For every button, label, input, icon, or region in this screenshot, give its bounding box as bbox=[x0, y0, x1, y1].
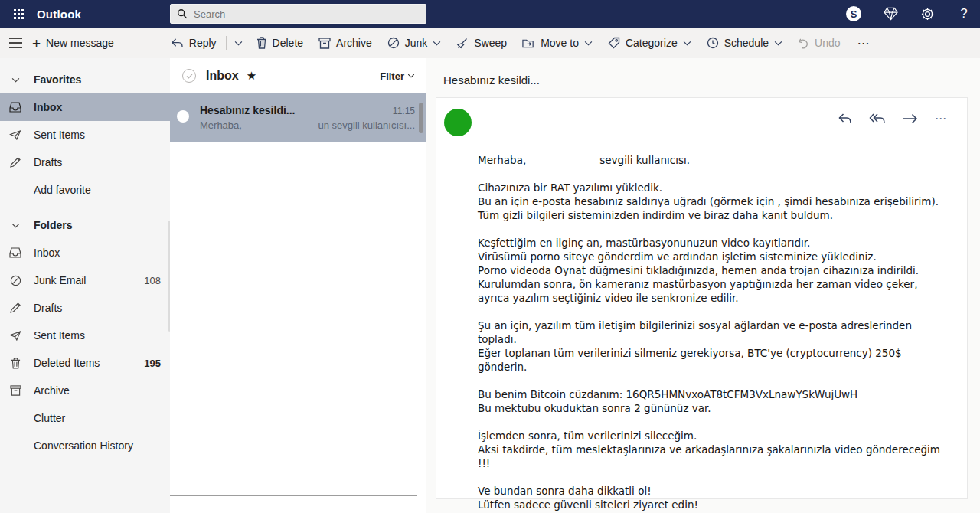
help-icon[interactable]: ? bbox=[956, 5, 972, 22]
broom-icon bbox=[456, 37, 469, 49]
move-to-button[interactable]: Move to bbox=[514, 28, 600, 58]
app-header: Outlook S ? bbox=[0, 0, 980, 28]
archive-icon bbox=[318, 38, 331, 49]
mail-subject: Hesabınız kesildi... bbox=[200, 104, 296, 116]
sidebar-item-drafts-favorite[interactable]: Drafts bbox=[0, 149, 170, 176]
mail-time: 11:15 bbox=[393, 106, 415, 116]
categorize-button[interactable]: Categorize bbox=[600, 28, 699, 58]
sidebar-item-sent-favorite[interactable]: Sent Items bbox=[0, 121, 170, 149]
junk-button[interactable]: Junk bbox=[380, 28, 449, 58]
chevron-down-icon bbox=[433, 41, 441, 46]
unread-count: 108 bbox=[144, 275, 161, 286]
reply-dropdown[interactable] bbox=[228, 28, 249, 58]
mail-preview-start: Merhaba, bbox=[200, 119, 242, 131]
skype-icon[interactable]: S bbox=[845, 5, 862, 22]
divider bbox=[226, 36, 227, 50]
sidebar-item-archive[interactable]: Archive bbox=[0, 377, 170, 404]
sidebar-item-inbox-favorite[interactable]: Inbox bbox=[0, 93, 170, 121]
reply-button[interactable]: Reply bbox=[163, 28, 224, 58]
folder-sidebar: Favorites Inbox Sent Items Drafts Add fa… bbox=[0, 58, 170, 513]
trash-icon bbox=[8, 358, 23, 369]
move-to-label: Move to bbox=[541, 37, 579, 49]
new-message-label: New message bbox=[46, 37, 114, 49]
sidebar-item-clutter[interactable]: Clutter bbox=[0, 404, 170, 432]
chevron-down-icon bbox=[774, 41, 782, 46]
undo-label: Undo bbox=[815, 37, 840, 49]
favorites-header[interactable]: Favorites bbox=[0, 66, 170, 93]
body-paragraph: Cihazınıza bir RAT yazılımı yükledik. Bu… bbox=[478, 181, 952, 222]
body-paragraph: Bu benim Bitcoin cüzdanım: 16QR5HMNvxoAT… bbox=[478, 387, 952, 415]
search-bar[interactable] bbox=[170, 4, 426, 24]
sweep-button[interactable]: Sweep bbox=[449, 28, 514, 58]
chevron-down-icon bbox=[683, 41, 691, 46]
sidebar-item-sent-items[interactable]: Sent Items bbox=[0, 322, 170, 349]
body-paragraph: Ve bundan sonra daha dikkatli ol! Lütfen… bbox=[478, 484, 952, 513]
message-body: Merhaba,sevgili kullanıcısı. Cihazınıza … bbox=[478, 153, 952, 513]
sidebar-item-deleted-items[interactable]: Deleted Items 195 bbox=[0, 349, 170, 377]
command-bar: + New message Reply Delete Archive Junk bbox=[0, 28, 980, 58]
send-icon bbox=[8, 130, 23, 140]
sidebar-item-drafts[interactable]: Drafts bbox=[0, 294, 170, 322]
hamburger-menu-icon[interactable] bbox=[0, 28, 31, 58]
forward-icon[interactable] bbox=[903, 113, 918, 124]
body-paragraph: Şu an için, yazılım tüm iletişim bilgile… bbox=[478, 319, 952, 374]
search-icon bbox=[177, 8, 188, 19]
delete-label: Delete bbox=[273, 37, 303, 49]
chevron-down-icon bbox=[8, 223, 23, 228]
toolbar-more-button[interactable]: ⋯ bbox=[848, 36, 880, 51]
sweep-label: Sweep bbox=[474, 37, 507, 49]
schedule-label: Schedule bbox=[724, 37, 769, 49]
tag-icon bbox=[608, 37, 620, 49]
greeting-line: Merhaba,sevgili kullanıcısı. bbox=[478, 153, 952, 167]
sidebar-item-add-favorite[interactable]: Add favorite bbox=[0, 176, 170, 204]
message-card: ⋯ Merhaba,sevgili kullanıcısı. Cihazınız… bbox=[436, 97, 968, 499]
app-title: Outlook bbox=[37, 8, 81, 21]
inbox-icon bbox=[8, 247, 23, 258]
chevron-down-icon bbox=[584, 41, 593, 46]
sidebar-item-inbox[interactable]: Inbox bbox=[0, 239, 170, 266]
inbox-icon bbox=[8, 102, 23, 113]
select-all-checkbox[interactable] bbox=[182, 69, 196, 83]
folders-header[interactable]: Folders bbox=[0, 211, 170, 239]
message-more-icon[interactable]: ⋯ bbox=[935, 112, 947, 126]
pencil-icon bbox=[8, 302, 23, 313]
list-title: Inbox bbox=[206, 69, 239, 83]
filter-button[interactable]: Filter bbox=[380, 70, 415, 82]
plus-icon: + bbox=[32, 36, 41, 51]
undo-button[interactable]: Undo bbox=[790, 28, 848, 58]
body-paragraph: İşlemden sonra, tüm verilerinizi sileceğ… bbox=[478, 429, 952, 470]
block-icon bbox=[8, 275, 23, 286]
message-list-header: Inbox ★ Filter bbox=[170, 58, 426, 93]
sidebar-item-junk-email[interactable]: Junk Email 108 bbox=[0, 266, 170, 294]
star-icon[interactable]: ★ bbox=[247, 69, 256, 83]
sender-avatar[interactable] bbox=[177, 110, 189, 123]
premium-diamond-icon[interactable] bbox=[882, 5, 899, 22]
archive-button[interactable]: Archive bbox=[311, 28, 380, 58]
mail-list-item[interactable]: Hesabınız kesildi... 11:15 Merhaba, un s… bbox=[170, 93, 426, 142]
undo-icon bbox=[798, 38, 809, 49]
sidebar-item-conversation-history[interactable]: Conversation History bbox=[0, 432, 170, 459]
clock-icon bbox=[707, 37, 719, 49]
bitcoin-wallet-line: Bu benim Bitcoin cüzdanım: 16QR5HMNvxoAT… bbox=[478, 388, 858, 400]
chevron-down-icon bbox=[8, 77, 23, 83]
send-icon bbox=[8, 331, 23, 341]
new-message-button[interactable]: + New message bbox=[31, 28, 122, 58]
chevron-down-icon bbox=[407, 74, 415, 78]
app-launcher-icon[interactable] bbox=[5, 0, 32, 28]
archive-label: Archive bbox=[336, 37, 372, 49]
conversation-subject: Hesabınız kesildi... bbox=[436, 67, 968, 97]
reply-all-icon[interactable] bbox=[869, 113, 886, 125]
pencil-icon bbox=[8, 157, 23, 168]
settings-gear-icon[interactable] bbox=[919, 5, 936, 22]
reply-icon[interactable] bbox=[838, 113, 852, 125]
chevron-down-icon bbox=[234, 41, 243, 46]
sender-avatar[interactable] bbox=[444, 109, 472, 136]
delete-button[interactable]: Delete bbox=[249, 28, 311, 58]
list-scrollbar[interactable] bbox=[419, 103, 423, 133]
search-input[interactable] bbox=[194, 8, 420, 20]
reading-pane: Hesabınız kesildi... ⋯ Merhaba,sevgili k… bbox=[426, 58, 980, 513]
schedule-button[interactable]: Schedule bbox=[699, 28, 790, 58]
junk-label: Junk bbox=[405, 37, 428, 49]
body-paragraph: Keşfettiğim en ilginç an, mastürbasyonun… bbox=[478, 236, 952, 305]
mail-preview-end: un sevgili kullanıcısı... bbox=[318, 119, 415, 131]
